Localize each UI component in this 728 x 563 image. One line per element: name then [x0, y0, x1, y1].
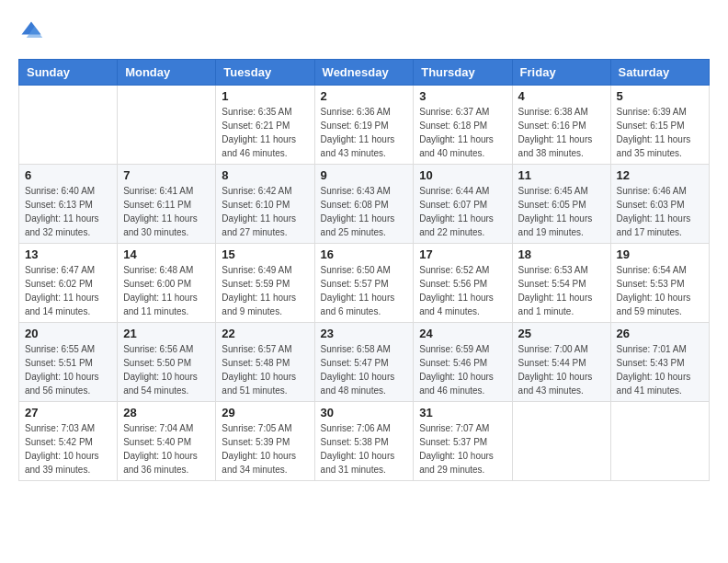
- weekday-header-sunday: Sunday: [19, 60, 118, 86]
- day-number: 11: [518, 168, 605, 182]
- page-header: [18, 18, 710, 44]
- day-info: Sunrise: 6:44 AM Sunset: 6:07 PM Dayligh…: [419, 184, 506, 239]
- day-number: 14: [123, 247, 210, 261]
- day-info: Sunrise: 6:50 AM Sunset: 5:57 PM Dayligh…: [321, 263, 408, 318]
- day-info: Sunrise: 6:45 AM Sunset: 6:05 PM Dayligh…: [518, 184, 605, 239]
- day-info: Sunrise: 6:39 AM Sunset: 6:15 PM Dayligh…: [617, 105, 703, 160]
- day-info: Sunrise: 6:47 AM Sunset: 6:02 PM Dayligh…: [25, 263, 111, 318]
- day-number: 16: [321, 247, 408, 261]
- weekday-header-friday: Friday: [512, 60, 610, 86]
- calendar-day-cell: [512, 402, 610, 481]
- calendar-day-cell: 29Sunrise: 7:05 AM Sunset: 5:39 PM Dayli…: [216, 402, 314, 481]
- weekday-header-saturday: Saturday: [610, 60, 709, 86]
- calendar-day-cell: 19Sunrise: 6:54 AM Sunset: 5:53 PM Dayli…: [610, 244, 709, 323]
- calendar-day-cell: 16Sunrise: 6:50 AM Sunset: 5:57 PM Dayli…: [314, 244, 414, 323]
- day-number: 8: [222, 168, 308, 182]
- day-info: Sunrise: 6:49 AM Sunset: 5:59 PM Dayligh…: [222, 263, 308, 318]
- day-number: 29: [222, 406, 308, 419]
- day-info: Sunrise: 6:41 AM Sunset: 6:11 PM Dayligh…: [123, 184, 210, 239]
- weekday-header-wednesday: Wednesday: [314, 60, 414, 86]
- day-number: 24: [419, 327, 506, 340]
- calendar-day-cell: 18Sunrise: 6:53 AM Sunset: 5:54 PM Dayli…: [512, 244, 610, 323]
- day-info: Sunrise: 6:57 AM Sunset: 5:48 PM Dayligh…: [222, 342, 308, 397]
- day-number: 31: [419, 406, 506, 419]
- day-number: 19: [617, 247, 703, 261]
- calendar-week-row: 6Sunrise: 6:40 AM Sunset: 6:13 PM Daylig…: [19, 165, 710, 244]
- day-info: Sunrise: 6:48 AM Sunset: 6:00 PM Dayligh…: [123, 263, 210, 318]
- day-info: Sunrise: 6:53 AM Sunset: 5:54 PM Dayligh…: [518, 263, 605, 318]
- day-info: Sunrise: 7:01 AM Sunset: 5:43 PM Dayligh…: [617, 342, 703, 397]
- day-number: 28: [123, 406, 210, 419]
- calendar-day-cell: 25Sunrise: 7:00 AM Sunset: 5:44 PM Dayli…: [512, 323, 610, 402]
- day-info: Sunrise: 6:58 AM Sunset: 5:47 PM Dayligh…: [321, 342, 408, 397]
- day-number: 9: [321, 168, 408, 182]
- calendar-day-cell: 11Sunrise: 6:45 AM Sunset: 6:05 PM Dayli…: [512, 165, 610, 244]
- day-info: Sunrise: 6:54 AM Sunset: 5:53 PM Dayligh…: [617, 263, 703, 318]
- calendar-day-cell: 30Sunrise: 7:06 AM Sunset: 5:38 PM Dayli…: [314, 402, 414, 481]
- day-info: Sunrise: 6:40 AM Sunset: 6:13 PM Dayligh…: [25, 184, 111, 239]
- day-number: 27: [25, 406, 111, 419]
- day-info: Sunrise: 7:05 AM Sunset: 5:39 PM Dayligh…: [222, 421, 308, 477]
- day-info: Sunrise: 7:03 AM Sunset: 5:42 PM Dayligh…: [25, 421, 111, 477]
- calendar-day-cell: [19, 86, 118, 165]
- calendar-day-cell: 21Sunrise: 6:56 AM Sunset: 5:50 PM Dayli…: [118, 323, 216, 402]
- day-info: Sunrise: 6:35 AM Sunset: 6:21 PM Dayligh…: [222, 105, 308, 160]
- day-info: Sunrise: 7:04 AM Sunset: 5:40 PM Dayligh…: [123, 421, 210, 477]
- day-info: Sunrise: 6:46 AM Sunset: 6:03 PM Dayligh…: [617, 184, 703, 239]
- day-number: 21: [123, 327, 210, 340]
- day-info: Sunrise: 6:52 AM Sunset: 5:56 PM Dayligh…: [419, 263, 506, 318]
- day-number: 2: [321, 89, 408, 103]
- day-info: Sunrise: 6:55 AM Sunset: 5:51 PM Dayligh…: [25, 342, 111, 397]
- day-info: Sunrise: 6:38 AM Sunset: 6:16 PM Dayligh…: [518, 105, 605, 160]
- day-number: 26: [617, 327, 703, 340]
- logo-icon: [18, 18, 44, 44]
- calendar-day-cell: 26Sunrise: 7:01 AM Sunset: 5:43 PM Dayli…: [610, 323, 709, 402]
- calendar-day-cell: 4Sunrise: 6:38 AM Sunset: 6:16 PM Daylig…: [512, 86, 610, 165]
- day-number: 4: [518, 89, 605, 103]
- day-info: Sunrise: 6:36 AM Sunset: 6:19 PM Dayligh…: [321, 105, 408, 160]
- calendar-day-cell: [118, 86, 216, 165]
- day-number: 6: [25, 168, 111, 182]
- day-info: Sunrise: 7:07 AM Sunset: 5:37 PM Dayligh…: [419, 421, 506, 477]
- calendar-day-cell: [610, 402, 709, 481]
- calendar-day-cell: 8Sunrise: 6:42 AM Sunset: 6:10 PM Daylig…: [216, 165, 314, 244]
- day-number: 20: [25, 327, 111, 340]
- logo: [18, 18, 48, 44]
- day-info: Sunrise: 7:06 AM Sunset: 5:38 PM Dayligh…: [321, 421, 408, 477]
- day-number: 22: [222, 327, 308, 340]
- day-number: 1: [222, 89, 308, 103]
- calendar-day-cell: 1Sunrise: 6:35 AM Sunset: 6:21 PM Daylig…: [216, 86, 314, 165]
- calendar-week-row: 1Sunrise: 6:35 AM Sunset: 6:21 PM Daylig…: [19, 86, 710, 165]
- day-info: Sunrise: 6:43 AM Sunset: 6:08 PM Dayligh…: [321, 184, 408, 239]
- day-number: 5: [617, 89, 703, 103]
- day-number: 18: [518, 247, 605, 261]
- day-info: Sunrise: 6:42 AM Sunset: 6:10 PM Dayligh…: [222, 184, 308, 239]
- calendar-week-row: 13Sunrise: 6:47 AM Sunset: 6:02 PM Dayli…: [19, 244, 710, 323]
- weekday-header-thursday: Thursday: [414, 60, 512, 86]
- day-number: 30: [321, 406, 408, 419]
- weekday-header-tuesday: Tuesday: [216, 60, 314, 86]
- calendar-day-cell: 5Sunrise: 6:39 AM Sunset: 6:15 PM Daylig…: [610, 86, 709, 165]
- calendar-table: SundayMondayTuesdayWednesdayThursdayFrid…: [18, 59, 710, 481]
- calendar-day-cell: 20Sunrise: 6:55 AM Sunset: 5:51 PM Dayli…: [19, 323, 118, 402]
- calendar-week-row: 20Sunrise: 6:55 AM Sunset: 5:51 PM Dayli…: [19, 323, 710, 402]
- calendar-day-cell: 31Sunrise: 7:07 AM Sunset: 5:37 PM Dayli…: [414, 402, 512, 481]
- weekday-header-row: SundayMondayTuesdayWednesdayThursdayFrid…: [19, 60, 710, 86]
- day-number: 13: [25, 247, 111, 261]
- calendar-day-cell: 7Sunrise: 6:41 AM Sunset: 6:11 PM Daylig…: [118, 165, 216, 244]
- calendar-day-cell: 12Sunrise: 6:46 AM Sunset: 6:03 PM Dayli…: [610, 165, 709, 244]
- day-number: 7: [123, 168, 210, 182]
- calendar-day-cell: 28Sunrise: 7:04 AM Sunset: 5:40 PM Dayli…: [118, 402, 216, 481]
- calendar-day-cell: 22Sunrise: 6:57 AM Sunset: 5:48 PM Dayli…: [216, 323, 314, 402]
- calendar-day-cell: 2Sunrise: 6:36 AM Sunset: 6:19 PM Daylig…: [314, 86, 414, 165]
- day-info: Sunrise: 7:00 AM Sunset: 5:44 PM Dayligh…: [518, 342, 605, 397]
- calendar-day-cell: 3Sunrise: 6:37 AM Sunset: 6:18 PM Daylig…: [414, 86, 512, 165]
- calendar-day-cell: 10Sunrise: 6:44 AM Sunset: 6:07 PM Dayli…: [414, 165, 512, 244]
- calendar-day-cell: 6Sunrise: 6:40 AM Sunset: 6:13 PM Daylig…: [19, 165, 118, 244]
- day-info: Sunrise: 6:37 AM Sunset: 6:18 PM Dayligh…: [419, 105, 506, 160]
- day-number: 10: [419, 168, 506, 182]
- calendar-day-cell: 9Sunrise: 6:43 AM Sunset: 6:08 PM Daylig…: [314, 165, 414, 244]
- calendar-day-cell: 15Sunrise: 6:49 AM Sunset: 5:59 PM Dayli…: [216, 244, 314, 323]
- day-info: Sunrise: 6:56 AM Sunset: 5:50 PM Dayligh…: [123, 342, 210, 397]
- calendar-week-row: 27Sunrise: 7:03 AM Sunset: 5:42 PM Dayli…: [19, 402, 710, 481]
